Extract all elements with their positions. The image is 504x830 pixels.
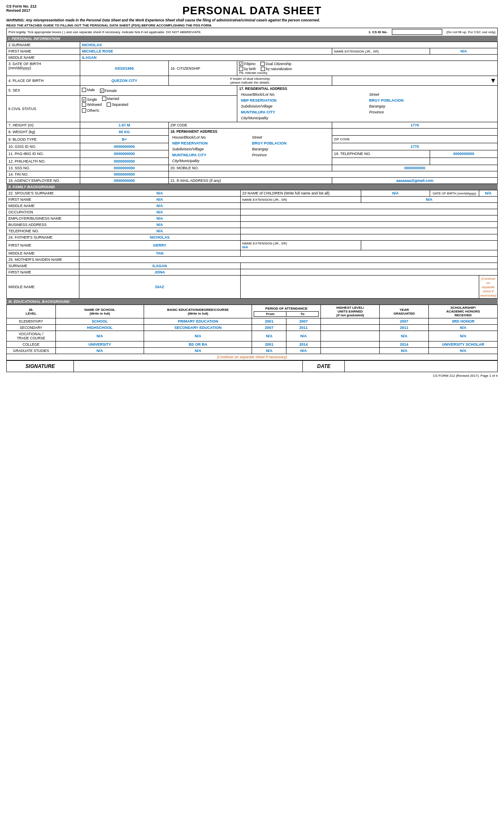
- children-dob: N/A: [479, 190, 497, 197]
- mother-surname-value: ILAGAN: [79, 263, 240, 269]
- edu-from-1: 2007: [252, 325, 286, 331]
- perm-zip-value: 1770: [332, 143, 498, 150]
- perm-address-label: 18. PERMANENT ADDRESS House/Block/Lot No…: [168, 129, 332, 165]
- res-city-label: City/Municipality: [239, 115, 367, 121]
- tin-value: 0000000000: [80, 171, 168, 178]
- edu-scholarship-2: N/A: [429, 331, 498, 341]
- widowed-check-icon: [82, 102, 86, 107]
- family-telephone-label: TELEPHONE NO.: [7, 228, 79, 234]
- edu-scholarship-1: N/A: [429, 325, 498, 331]
- perm-barangay-label: Barangay: [250, 146, 330, 152]
- edu-to-2: N/A: [286, 331, 321, 341]
- instruction2-text: Print legibly. Tick appropriate boxes ( …: [8, 30, 202, 34]
- signature-label: SIGNATURE: [7, 361, 74, 372]
- form-title: PERSONAL DATA SHEET: [57, 4, 447, 17]
- edu-level-0: ELEMENTARY: [7, 318, 56, 325]
- height-value: 1.67 M: [80, 122, 168, 129]
- res-province-label: Province: [368, 109, 496, 115]
- perm-street-label: Street: [250, 134, 330, 140]
- by-naturalization-checkbox: by naturalization: [261, 67, 292, 71]
- dropdown-icon[interactable]: ▼: [490, 77, 496, 84]
- indicate-label: Pls. indicate country: [239, 71, 496, 75]
- family-telephone-value: N/A: [79, 228, 240, 234]
- perm-house-label: House/Block/Lot No.: [171, 134, 250, 140]
- edu-scholarship-4: N/A: [429, 348, 498, 354]
- perm-city-label: City/Municipality: [171, 158, 250, 164]
- father-middlename-label: MIDDLE NAME: [7, 250, 79, 257]
- edu-to-3: 2014: [286, 341, 321, 348]
- pob-label: 4. PLACE OF BIRTH: [7, 76, 80, 86]
- edu-to-0: 2007: [286, 318, 321, 325]
- edu-degree-3: BS OR BA: [144, 341, 252, 348]
- edu-school-4: N/A: [55, 348, 144, 354]
- edu-continue-text: (Continue on separate sheet if necessary…: [7, 354, 498, 360]
- zip-value-res: 1770: [332, 122, 498, 129]
- edu-scholarship-3: UNIVERSITY SCHOLAR: [429, 341, 498, 348]
- csid-label: 1. CS ID No.: [368, 30, 387, 34]
- occupation-value: N/A: [79, 209, 240, 215]
- perm-barangay-val: BRGY POBLACION: [250, 140, 330, 146]
- holder-label: If holder of dual citizenship, please in…: [168, 76, 332, 86]
- zip-label-res: ZIP CODE: [168, 122, 332, 129]
- children-dob-label: DATE OF BIRTH (mm/dd/yyyy): [430, 190, 479, 197]
- edu-from-2: N/A: [252, 331, 286, 341]
- edu-level-header: 26. LEVEL: [7, 305, 56, 318]
- dual-checkbox: Dual Citizenship: [260, 62, 291, 66]
- weight-value: 65 KG: [80, 129, 168, 136]
- philhealth-label: 12. PHILHEALTH NO.: [7, 158, 80, 165]
- sss-value: 0000000000: [80, 165, 168, 171]
- edu-row-3: COLLEGE UNIVERSITY BS OR BA 2001 2014 20…: [7, 341, 498, 348]
- gsis-value: 0000000000: [80, 143, 168, 150]
- children-label: 23 NAME of CHILDREN (Write full name and…: [240, 190, 361, 197]
- bloodtype-label: 9. BLOOD TYPE: [7, 136, 80, 143]
- agency-label: 15. AGENCY EMPLOYEE NO.: [7, 178, 80, 184]
- spouse-name-ext-label: NAME EXTENSION (JR., SR): [240, 197, 361, 203]
- children-name: N/A: [361, 190, 430, 197]
- footer-page-note: CS FORM 212 (Revised 2017). Page 1 of 4: [6, 374, 498, 378]
- father-middlename-value: TAN: [79, 250, 240, 257]
- mobile-label: 20. MOBILE NO.: [168, 165, 332, 171]
- res-barangay-label: Barangay: [368, 103, 496, 109]
- family-continue-text: (Continue on separate sheet if necessary…: [479, 276, 497, 299]
- others-checkbox: Other/s:: [82, 108, 100, 113]
- female-check-icon: [100, 89, 104, 93]
- edu-to-1: 2011: [286, 325, 321, 331]
- edu-to-4: N/A: [286, 348, 321, 354]
- date-space: [345, 361, 498, 372]
- edu-scholarship-header: SCHOLARSHIP/ACADEMIC HONORSRECEIVED: [429, 305, 498, 318]
- civil-label: 6 CIVIL STATUS: [7, 95, 80, 122]
- employer-value: N/A: [79, 215, 240, 222]
- edu-highest-4: [321, 348, 380, 354]
- edu-school-2: N/A: [55, 331, 144, 341]
- married-check-icon: [102, 97, 106, 101]
- edu-level-2: VOCATIONAL / TRADE COURSE: [7, 331, 56, 341]
- res-barangay-val: BRGY POBLACION: [368, 97, 496, 103]
- mother-middlename-label: MIDDLE NAME: [7, 276, 79, 299]
- bloodtype-value: B+: [80, 136, 168, 143]
- perm-res-val: NBP RESERVATION: [171, 140, 250, 146]
- firstname-label: FIRST NAME: [7, 48, 80, 55]
- edu-from-4: N/A: [252, 348, 286, 354]
- edu-from-0: 2001: [252, 318, 286, 325]
- father-surname-label: 24. FATHER'S SURNAME: [7, 234, 79, 241]
- edu-level-4: GRADUATE STUDIES: [7, 348, 56, 354]
- dob-label: 3. DATE OF BIRTH(mm/dd/yyyy): [7, 61, 80, 76]
- edu-highest-3: [321, 341, 380, 348]
- edu-school-header: NAME OF SCHOOL(Write in full): [55, 305, 144, 318]
- single-checkbox: Single: [82, 97, 97, 102]
- spouse-firstname-value: N/A: [79, 197, 240, 203]
- perm-subdivision-label: Subdivision/Village: [171, 146, 250, 152]
- single-check-icon: [82, 97, 86, 102]
- telephone-value: 0000000000: [430, 150, 497, 158]
- weight-label: 8. WEIGHT (kg): [7, 129, 80, 136]
- middlename-label: MIDDLE NAME: [7, 55, 80, 61]
- mobile-value: 0000000000: [332, 165, 498, 171]
- edu-highest-1: [321, 325, 380, 331]
- surname-label: 2 SURNAME: [7, 42, 80, 48]
- sss-label: 13. SSS NO.: [7, 165, 80, 171]
- csid-note: (Do not fill up. For CSC use only): [446, 30, 496, 34]
- pagibig-value: 0000000000: [80, 150, 168, 158]
- male-checkbox: Male: [82, 88, 94, 92]
- perm-province-label: Province: [250, 152, 330, 158]
- instruction-text: READ THE ATTACHED GUIDE TO FILLING OUT T…: [6, 24, 498, 27]
